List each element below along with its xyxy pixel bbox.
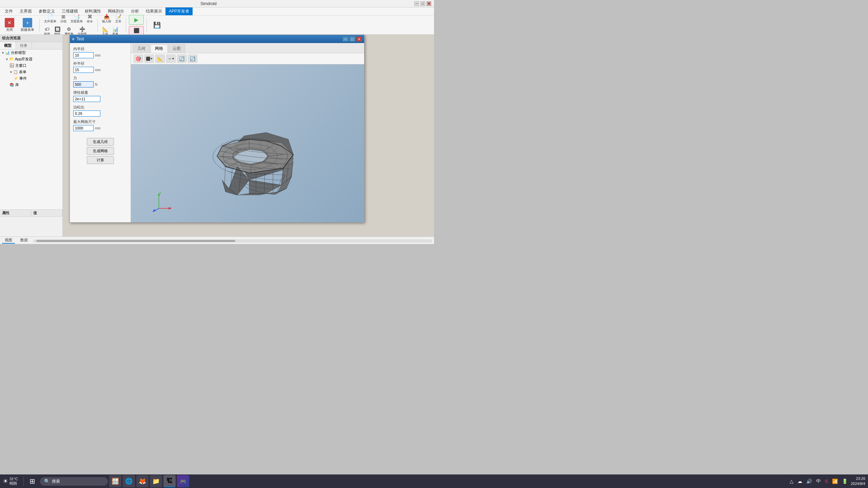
sidebar-tab-task[interactable]: 任务 bbox=[16, 42, 32, 49]
status-tab-view[interactable]: 视图 bbox=[2, 237, 15, 244]
viewport-3d[interactable]: Z X bbox=[131, 64, 364, 222]
command-btn[interactable]: ⌘ 命令 bbox=[85, 13, 95, 25]
float-maximize-btn[interactable]: □ bbox=[349, 36, 355, 42]
status-bar: 视图 数据 bbox=[0, 237, 434, 244]
tree-item-appdev[interactable]: ▼ 📁 App开发器 bbox=[0, 56, 62, 62]
tree-item-mainwindow[interactable]: 🪟 主窗口 bbox=[0, 62, 62, 69]
status-tabs: 视图 数据 bbox=[2, 237, 31, 244]
vp-reset-btn[interactable]: 🔃 bbox=[188, 55, 197, 63]
status-tab-data[interactable]: 数据 bbox=[18, 237, 31, 244]
file-menu-btn[interactable]: 📄 文件菜单 bbox=[42, 13, 58, 25]
export-btn[interactable]: 💾 bbox=[150, 20, 164, 30]
float-close-btn[interactable]: ✕ bbox=[356, 36, 362, 42]
tree-view: ▼ 📊 分析模型 ▼ 📁 App开发器 🪟 主窗口 ▼ 📋 表单 ⚡ 事件 bbox=[0, 49, 62, 209]
text-btn[interactable]: 📝 文本 bbox=[114, 13, 123, 25]
viewport-tabs: 几何 网格 云图 bbox=[131, 43, 364, 53]
prop-col-val: 值 bbox=[31, 210, 62, 216]
force-row: 力 N bbox=[73, 76, 127, 88]
run-btn[interactable]: ▶ bbox=[129, 15, 144, 25]
viewport-tab-geometry[interactable]: 几何 bbox=[133, 44, 150, 53]
split-btn[interactable]: ⊞ 分组 bbox=[59, 13, 68, 25]
page-menu-btn[interactable]: 📑 页面菜单 bbox=[69, 13, 84, 25]
menu-file[interactable]: 文件 bbox=[1, 7, 16, 15]
minimize-btn[interactable]: ─ bbox=[414, 1, 419, 6]
svg-line-50 bbox=[224, 165, 225, 184]
maximize-btn[interactable]: □ bbox=[420, 1, 425, 6]
sidebar: 组合浏览器 模型 任务 ▼ 📊 分析模型 ▼ 📁 App开发器 🪟 主窗口 ▼ bbox=[0, 35, 63, 237]
elastic-modulus-row: 弹性模量 bbox=[73, 90, 127, 103]
menu-appdev[interactable]: APP开发者 bbox=[165, 7, 193, 15]
inner-radius-row: 内半径 mm bbox=[73, 46, 127, 59]
vp-view-btn[interactable]: ⬛ ▾ bbox=[144, 55, 154, 63]
sidebar-tab-model[interactable]: 模型 bbox=[0, 42, 16, 49]
svg-text:X: X bbox=[170, 207, 171, 210]
input-btn[interactable]: 📥 输入框 bbox=[100, 13, 113, 25]
inner-radius-unit: mm bbox=[95, 54, 101, 57]
float-minimize-btn[interactable]: ─ bbox=[342, 36, 349, 42]
generate-geometry-btn[interactable]: 生成几何 bbox=[87, 138, 114, 146]
tree-item-event[interactable]: ⚡ 事件 bbox=[0, 75, 62, 82]
properties-header: 属性 值 bbox=[0, 210, 62, 217]
calculate-btn[interactable]: 计算 bbox=[87, 156, 114, 164]
new-form-btn[interactable]: + 新建表单 bbox=[18, 17, 37, 33]
elastic-modulus-label: 弹性模量 bbox=[73, 90, 127, 95]
properties-panel: 属性 值 bbox=[0, 209, 62, 237]
max-mesh-size-row: 最大网格尺寸 mm bbox=[73, 119, 127, 132]
toolbar-sep-1 bbox=[39, 18, 40, 32]
tree-item-analysis-model[interactable]: ▼ 📊 分析模型 bbox=[0, 49, 62, 56]
menu-results[interactable]: 结果展示 bbox=[142, 7, 165, 15]
float-title-controls: ─ □ ✕ bbox=[342, 36, 362, 42]
main-layout: 组合浏览器 模型 任务 ▼ 📊 分析模型 ▼ 📁 App开发器 🪟 主窗口 ▼ bbox=[0, 35, 434, 237]
content-area: ≡ Test ─ □ ✕ 内半径 bbox=[63, 35, 434, 237]
tree-item-library[interactable]: 📚 库 bbox=[0, 82, 62, 88]
toolbar-sep-4 bbox=[146, 18, 147, 32]
close-btn[interactable]: ✕ bbox=[427, 1, 431, 6]
toolbar-sep-2 bbox=[97, 18, 98, 32]
float-title-bar: ≡ Test ─ □ ✕ bbox=[70, 35, 364, 43]
svg-marker-35 bbox=[237, 194, 266, 195]
float-left-panel: 内半径 mm 外半径 bbox=[70, 43, 131, 222]
float-window-title: Test bbox=[77, 37, 84, 41]
mesh-3d-view bbox=[166, 80, 329, 195]
menu-home[interactable]: 主界面 bbox=[16, 7, 35, 15]
svg-text:Z: Z bbox=[159, 192, 161, 195]
vp-rotate-btn[interactable]: 🔄 bbox=[177, 55, 186, 63]
vp-axis-btn[interactable]: ↔ ▾ bbox=[166, 55, 176, 63]
viewport-tab-mesh[interactable]: 网格 bbox=[151, 44, 167, 53]
max-mesh-size-label: 最大网格尺寸 bbox=[73, 119, 127, 124]
window-controls: ─ □ ✕ bbox=[414, 1, 431, 6]
inner-radius-input[interactable] bbox=[73, 52, 94, 58]
viewport-toolbar: 🎯 ⬛ ▾ 📐 ↔ ▾ 🔄 🔃 bbox=[131, 53, 364, 64]
outer-radius-input[interactable] bbox=[73, 67, 94, 73]
poisson-ratio-label: 泊松比 bbox=[73, 105, 127, 110]
generate-mesh-btn[interactable]: 生成网格 bbox=[87, 147, 114, 155]
float-window: ≡ Test ─ □ ✕ 内半径 bbox=[70, 35, 364, 223]
force-label: 力 bbox=[73, 76, 127, 81]
sidebar-tabs: 模型 任务 bbox=[0, 42, 62, 49]
vp-fit-btn[interactable]: 📐 bbox=[155, 55, 165, 63]
toolbar-sep-3 bbox=[126, 18, 126, 32]
coordinate-axes: Z X bbox=[151, 192, 172, 212]
vp-camera-btn[interactable]: 🎯 bbox=[134, 55, 143, 63]
toolbar-row-3: 📥 输入框 📝 文本 bbox=[100, 13, 123, 25]
stop-btn[interactable]: ⬛ bbox=[129, 26, 144, 35]
toolbar: ✕ 关闭 + 新建表单 📄 文件菜单 ⊞ 分组 📑 页面菜单 ⌘ 命令 bbox=[0, 16, 434, 35]
outer-radius-label: 外半径 bbox=[73, 61, 127, 66]
float-right-panel: 几何 网格 云图 🎯 ⬛ ▾ 📐 ↔ ▾ bbox=[131, 43, 364, 222]
menu-analysis[interactable]: 分析 bbox=[127, 7, 142, 15]
force-input[interactable] bbox=[73, 81, 94, 87]
viewport-tab-contour[interactable]: 云图 bbox=[168, 44, 185, 53]
max-mesh-size-unit: mm bbox=[95, 126, 101, 130]
status-scrollbar-container bbox=[33, 239, 432, 242]
poisson-ratio-input[interactable] bbox=[73, 110, 100, 117]
tree-item-form[interactable]: ▼ 📋 表单 bbox=[0, 69, 62, 75]
close-btn-toolbar[interactable]: ✕ 关闭 bbox=[2, 17, 17, 33]
max-mesh-size-input[interactable] bbox=[73, 125, 94, 131]
elastic-modulus-input[interactable] bbox=[73, 96, 100, 102]
force-unit: N bbox=[95, 83, 97, 86]
app-title: Simdroid bbox=[3, 1, 414, 6]
outer-radius-row: 外半径 mm bbox=[73, 61, 127, 74]
prop-col-attr: 属性 bbox=[0, 210, 31, 216]
float-content: 内半径 mm 外半径 bbox=[70, 43, 364, 222]
scrollbar-thumb[interactable] bbox=[36, 240, 235, 242]
